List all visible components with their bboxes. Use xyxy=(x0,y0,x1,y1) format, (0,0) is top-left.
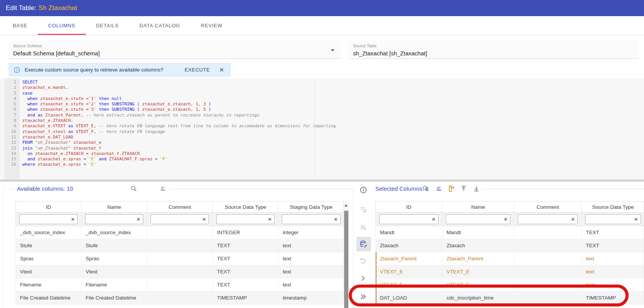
available-table-scrollbar xyxy=(344,201,349,308)
column-header: ID xyxy=(376,201,442,212)
table-cell xyxy=(514,265,582,278)
table-row[interactable]: VTEXT_EVTEXT_Etext xyxy=(375,265,644,278)
align-top-icon[interactable] xyxy=(460,185,468,193)
tab-details[interactable]: DETAILS xyxy=(86,16,129,35)
column-header: Comment xyxy=(147,201,213,212)
table-cell: Stufe xyxy=(16,239,82,252)
align-bottom-icon[interactable] xyxy=(473,185,480,193)
table-cell: TEXT xyxy=(582,239,644,252)
table-row[interactable]: StufeStufeTEXTtext xyxy=(15,239,344,252)
clear-filter-icon[interactable]: ✕ xyxy=(571,216,575,222)
close-icon[interactable]: ✕ xyxy=(219,67,224,73)
clear-filter-icon[interactable]: ✕ xyxy=(136,216,141,222)
column-filter-input[interactable] xyxy=(520,216,569,222)
table-cell: TEXT xyxy=(582,226,644,239)
table-cell: TEXT xyxy=(213,265,279,278)
table-row[interactable]: File Created DatetimeFile Created Dateti… xyxy=(15,291,344,305)
table-cell: Vtext xyxy=(16,265,82,278)
table-header-row: IDNameCommentSource Data TypeStaging Dat… xyxy=(15,201,344,213)
auto-map-icon[interactable] xyxy=(360,205,368,214)
code-line: ztaxachat_f.vtext as VTEXT_F, -- here ro… xyxy=(22,129,644,135)
column-filter-input[interactable] xyxy=(588,216,632,222)
code-line: on ztaxachat_e.ZTAXACH = ztaxachat_f.ZTA… xyxy=(22,151,644,156)
clear-filter-icon[interactable]: ✕ xyxy=(71,216,75,222)
tab-columns[interactable]: COLUMNS xyxy=(38,16,86,35)
table-row[interactable]: MandtMandtTEXT xyxy=(375,226,644,239)
column-filter-input[interactable] xyxy=(448,216,502,222)
move-all-right-icon[interactable] xyxy=(360,293,368,301)
table-cell: VTEXT_E xyxy=(376,265,442,278)
add-row-icon[interactable] xyxy=(360,223,368,232)
table-cell: Mandt xyxy=(376,226,442,239)
table-row[interactable]: _dvb_source_index_dvb_source_indexINTEGE… xyxy=(15,226,344,239)
table-cell: VTEXT_E xyxy=(442,265,514,278)
filter-cell: ✕ xyxy=(278,213,344,226)
table-row[interactable]: VtextVtextTEXTtext xyxy=(15,265,344,278)
source-schema-label: Source Schema xyxy=(13,43,336,48)
column-filter-input[interactable] xyxy=(88,216,135,222)
table-cell: Mandt xyxy=(442,226,514,239)
column-header: Source Data Type xyxy=(213,201,279,212)
table-cell: TEXT xyxy=(213,252,279,265)
clear-filter-icon[interactable]: ✕ xyxy=(334,216,338,222)
column-filter-input[interactable] xyxy=(22,216,69,222)
sql-query-editor[interactable]: 12345678910111213141516 SELECTztaxachat_… xyxy=(0,78,644,179)
scrollbar-thumb[interactable] xyxy=(344,211,348,308)
column-filter-input[interactable] xyxy=(153,216,201,222)
table-cell: text xyxy=(582,252,644,265)
table-cell xyxy=(147,239,213,252)
table-row[interactable]: FilenameFilenameTEXTtext xyxy=(15,278,344,291)
search-icon[interactable] xyxy=(422,185,430,193)
edit-data-icon[interactable] xyxy=(360,240,368,248)
table-cell xyxy=(147,226,213,239)
table-cell: cdc_inscription_time xyxy=(442,291,514,304)
remove-column-icon[interactable] xyxy=(448,185,455,193)
table-row[interactable]: DAT_LOADcdc_inscription_timeTIMESTAMP xyxy=(375,291,644,305)
clear-filter-icon[interactable]: ✕ xyxy=(268,216,272,222)
table-cell: TIMESTAMP xyxy=(213,291,279,304)
available-panel-border xyxy=(8,189,14,189)
available-panel-border xyxy=(169,189,353,189)
clear-filter-icon[interactable]: ✕ xyxy=(202,216,206,222)
scroll-up-icon[interactable] xyxy=(345,204,348,206)
search-icon[interactable] xyxy=(130,185,138,193)
table-row[interactable]: VTEXT_FVTEXT_Ftext xyxy=(375,278,644,291)
column-filter-input[interactable] xyxy=(284,216,332,222)
execute-button[interactable]: EXECUTE xyxy=(185,67,210,73)
clear-filter-icon[interactable]: ✕ xyxy=(634,216,638,222)
column-filter-input[interactable] xyxy=(382,216,430,222)
table-row[interactable]: Ztaxach_ParentZtaxach_Parenttext xyxy=(375,252,644,265)
page-title: Edit Table: xyxy=(6,4,36,12)
clear-filter-icon[interactable]: ✕ xyxy=(432,216,436,222)
table-cell: text xyxy=(582,265,644,278)
filter-icon[interactable] xyxy=(435,185,443,193)
code-line: where ztaxachat_e.spras = 'E' xyxy=(22,162,644,167)
chevron-down-icon xyxy=(331,49,335,52)
app-title-bar: Edit Table: Sh Ztaxachat xyxy=(0,0,644,16)
table-row[interactable]: SprasSprasTEXTtext xyxy=(15,252,344,265)
source-schema-select[interactable]: Source Schema Default Schema [default_sc… xyxy=(8,41,341,59)
available-columns-table: IDNameCommentSource Data TypeStaging Dat… xyxy=(15,201,344,305)
table-cell: TEXT xyxy=(213,239,279,252)
tab-review[interactable]: REVIEW xyxy=(191,16,233,35)
code-line: end as Ztaxach_Parent, -- here extract z… xyxy=(22,113,644,118)
tab-data-catalog[interactable]: DATA CATALOG xyxy=(129,16,190,35)
table-cell: DAT_LOAD xyxy=(376,291,442,304)
table-row[interactable]: ZtaxachZtaxachTEXT xyxy=(375,239,644,252)
banner-message: Execute custom source query to retrieve … xyxy=(25,67,163,73)
code-line: SELECT xyxy=(22,80,644,85)
tab-base[interactable]: BASE xyxy=(2,16,38,35)
undo-icon[interactable] xyxy=(360,256,368,265)
move-selected-right-icon[interactable] xyxy=(360,275,368,283)
column-filter-input[interactable] xyxy=(219,216,266,222)
table-cell: INTEGER xyxy=(213,226,279,239)
code-line: when ztaxachat_e.stufe ='1' then null xyxy=(22,96,644,102)
code-line: when ztaxachat_e.stufe ='2' then SUBSTRI… xyxy=(22,102,644,107)
filter-icon[interactable] xyxy=(159,185,167,193)
info-icon[interactable] xyxy=(360,186,368,195)
source-table-field[interactable]: Source Table sh_Ztaxachat [sh_Ztaxachat] xyxy=(348,41,639,59)
pane-splitter[interactable] xyxy=(0,180,644,182)
table-cell xyxy=(514,278,582,291)
clear-filter-icon[interactable]: ✕ xyxy=(503,216,508,222)
table-cell xyxy=(147,265,213,278)
